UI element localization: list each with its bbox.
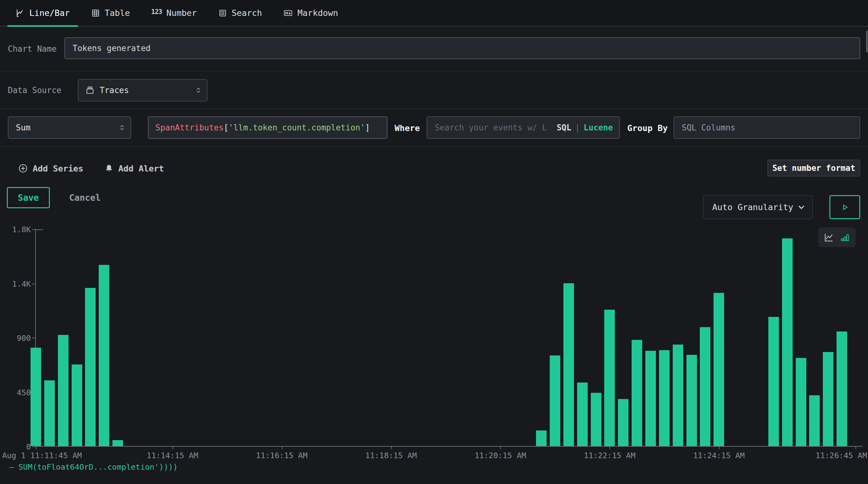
run-query-button[interactable]	[829, 195, 860, 219]
chart-line-icon	[16, 8, 25, 18]
bar-11-26-30-	[837, 331, 847, 446]
field-bracket-close: ]	[365, 123, 370, 132]
y-axis-label: 1.8K	[12, 225, 31, 234]
sql-toggle[interactable]: SQL	[557, 123, 571, 132]
data-source-label: Data Source	[8, 86, 61, 95]
bar-11-26-00-	[809, 395, 820, 446]
chevron-updown-icon	[194, 86, 203, 94]
chart-name-label: Chart Name	[8, 44, 57, 54]
bar-11-12-45-	[85, 288, 96, 446]
y-axis-tick	[32, 229, 36, 230]
x-axis-label: 11:16:15 AM	[256, 451, 308, 460]
add-alert-label: Add Alert	[118, 164, 164, 173]
bar-11-11-45-	[31, 348, 41, 446]
x-axis-tick	[610, 446, 610, 449]
data-source-value: Traces	[100, 86, 129, 95]
cancel-button[interactable]: Cancel	[69, 193, 101, 203]
add-series-button[interactable]: Add Series	[18, 160, 84, 177]
tab-markdown[interactable]: Markdown	[275, 0, 346, 26]
bar-11-12-00-	[44, 380, 55, 446]
chart-name-input[interactable]	[64, 37, 860, 59]
x-axis-label: 11:14:15 AM	[147, 451, 198, 460]
group-by-label: Group By	[627, 123, 668, 133]
doc-list-icon	[218, 8, 227, 18]
tab-search[interactable]: Search	[210, 0, 270, 26]
field-argument: 'llm.token_count.completion'	[228, 123, 365, 132]
aggregation-field-input[interactable]: SpanAttributes['llm.token_count.completi…	[148, 117, 388, 139]
divider	[0, 109, 868, 109]
save-button[interactable]: Save	[7, 187, 50, 208]
table-icon	[91, 8, 100, 18]
data-source-select[interactable]: Traces	[78, 79, 208, 101]
bar-11-23-00-	[645, 351, 656, 446]
bar-11-22-30-	[618, 399, 628, 446]
play-icon	[840, 202, 850, 212]
bar-11-26-15-	[823, 352, 833, 446]
tab-label: Line/Bar	[29, 8, 70, 18]
y-axis-tick	[32, 284, 36, 284]
scrollbar-thumb[interactable]	[866, 31, 868, 52]
where-label: Where	[395, 123, 420, 133]
divider	[0, 146, 868, 147]
markdown-icon	[283, 8, 293, 18]
bar-11-21-15-	[550, 355, 560, 446]
circle-plus-icon	[18, 163, 28, 174]
y-axis-label: 0	[26, 442, 31, 451]
tab-bar: Line/BarTable123NumberSearchMarkdown	[0, 0, 868, 27]
traces-box-icon	[85, 86, 95, 95]
y-axis-tick	[32, 446, 36, 447]
x-axis-tick	[500, 446, 501, 449]
tab-label: Markdown	[298, 8, 338, 18]
granularity-value: Auto Granularity	[712, 202, 793, 212]
group-by-input[interactable]	[674, 117, 860, 139]
divider	[0, 71, 868, 71]
legend-dash-icon: —	[9, 462, 14, 472]
lucene-toggle[interactable]: Lucene	[584, 123, 613, 132]
bar-11-24-15-	[714, 293, 724, 446]
bar-11-25-15-	[768, 317, 779, 446]
chart-legend[interactable]: — SUM(toFloat64OrD...completion'))))	[9, 462, 178, 472]
bar-11-13-00-	[99, 265, 109, 446]
toggle-divider: |	[575, 123, 580, 132]
x-axis-label: 11:18:15 AM	[365, 451, 417, 460]
query-language-toggle: SQL | Lucene	[552, 118, 619, 137]
tab-table[interactable]: Table	[83, 0, 138, 26]
bar-11-13-15-	[113, 440, 123, 446]
x-axis-tick	[282, 446, 282, 449]
bar-11-12-30-	[72, 364, 82, 446]
y-axis-label: 900	[17, 334, 31, 343]
bar-11-25-45-	[796, 358, 806, 446]
add-alert-button[interactable]: Add Alert	[104, 160, 164, 177]
y-axis-label: 450	[17, 388, 31, 397]
x-axis-tick	[173, 446, 173, 449]
x-axis-tick	[719, 446, 719, 449]
bar-11-21-30-	[563, 283, 574, 446]
set-number-format-button[interactable]: Set number format	[767, 160, 860, 176]
chevron-updown-icon	[118, 124, 126, 132]
where-search-container: SQL | Lucene	[427, 117, 620, 139]
tab-number[interactable]: 123Number	[143, 0, 205, 26]
bell-icon	[104, 163, 114, 173]
tab-line-bar[interactable]: Line/Bar	[7, 0, 78, 26]
x-axis-label: 11:26:45 AM	[815, 451, 867, 460]
x-axis-label: 11:20:15 AM	[475, 451, 526, 460]
x-axis-tick	[856, 446, 856, 449]
legend-series-label: SUM(toFloat64OrD...completion'))))	[19, 462, 178, 472]
chart-builder-page: Line/BarTable123NumberSearchMarkdown Cha…	[0, 0, 868, 484]
aggregation-operator-select[interactable]: Sum	[8, 117, 131, 139]
bar-11-23-30-	[673, 345, 683, 446]
y-axis-tick	[32, 338, 36, 338]
x-axis-label: 11:22:15 AM	[584, 451, 636, 460]
bar-11-23-45-	[686, 355, 697, 446]
bar-11-22-00-	[591, 393, 601, 446]
tab-label: Number	[166, 8, 197, 18]
x-axis-label: Aug 1 11:11:45 AM	[2, 451, 82, 460]
bar-11-21-45-	[577, 383, 588, 446]
bar-11-12-15-	[58, 335, 68, 446]
bar-11-25-30-	[782, 238, 793, 446]
aggregation-operator-value: Sum	[16, 123, 31, 132]
bar-11-22-45-	[631, 340, 642, 446]
granularity-select[interactable]: Auto Granularity	[703, 195, 813, 219]
add-series-label: Add Series	[33, 164, 84, 173]
field-bracket-open: [	[224, 123, 228, 132]
